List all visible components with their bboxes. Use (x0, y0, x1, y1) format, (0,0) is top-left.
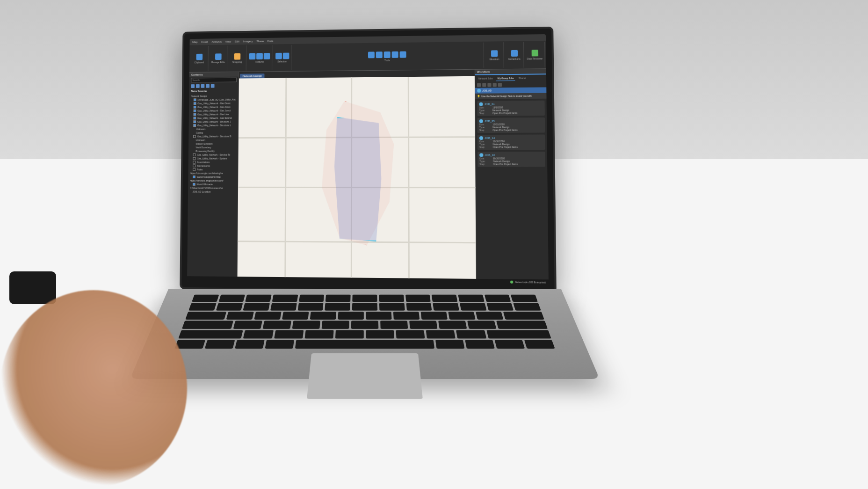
ribbon-tab[interactable]: Map (192, 41, 197, 44)
group-label: Manage Edits (211, 60, 225, 63)
layer-item[interactable]: Gas_Utility_Network - System (190, 157, 236, 161)
elevation-icon[interactable] (491, 50, 498, 57)
contents-toolbar (189, 83, 238, 89)
list-by-editing-icon[interactable] (206, 84, 210, 88)
layer-tree[interactable]: Network Design unmanage_JOB_AD (Gas_Util… (187, 93, 239, 277)
job-card[interactable]: JOB_14 Due:10/30/2020 Type:Network Desig… (477, 135, 545, 150)
smartwatch (9, 271, 56, 304)
layer-item[interactable]: Rules (190, 168, 236, 171)
refresh-icon[interactable] (477, 83, 481, 87)
new-job-icon[interactable] (493, 83, 497, 87)
list-by-selection-icon[interactable] (201, 84, 205, 88)
tab-shared[interactable]: Shared (517, 76, 528, 81)
snapping-icon[interactable] (234, 53, 240, 59)
layer-checkbox[interactable] (194, 98, 196, 101)
delete-icon[interactable] (264, 53, 270, 59)
layer-checkbox[interactable] (193, 183, 195, 186)
job-card[interactable]: JOB_25 Due:10/31/2020 Type:Network Desig… (477, 117, 545, 133)
field-step: Step: (479, 112, 493, 115)
assign-icon[interactable] (498, 83, 502, 87)
select-icon[interactable] (275, 52, 282, 59)
layer-checkbox[interactable] (193, 117, 196, 119)
connection-status-icon (510, 281, 513, 284)
save-icon[interactable] (215, 53, 222, 60)
basemap-label: World Hillshade (197, 183, 213, 186)
job-step: Open Pro Project Items (492, 111, 517, 114)
ribbon-tab[interactable]: Edit (235, 40, 239, 43)
layer-label: Subnetworks (197, 164, 210, 167)
service-item[interactable]: https://cdn.arcgis.com/sharing/re (190, 171, 236, 175)
job-card[interactable]: JOB_24 Due:11/1/2020 Type:Network Design… (477, 101, 545, 116)
list-by-drawing-icon[interactable] (191, 84, 195, 88)
sublayer-label: Processing Facility (195, 150, 214, 153)
manage-quality-icon[interactable] (531, 50, 538, 56)
layer-checkbox[interactable] (193, 153, 196, 156)
modify-icon[interactable] (256, 53, 263, 59)
tab-my-group-jobs[interactable]: My Group Jobs (496, 76, 515, 81)
ground-to-grid-icon[interactable] (511, 50, 517, 56)
map-tab[interactable]: Network Design (240, 73, 265, 78)
job-list[interactable]: JOB_24 Due:11/1/2020 Type:Network Design… (475, 99, 549, 280)
map-canvas[interactable] (238, 76, 476, 279)
layer-checkbox[interactable] (193, 124, 196, 127)
workflow-pane: Workflow Network Jobs My Group Jobs Shar… (475, 69, 549, 279)
layer-checkbox[interactable] (193, 175, 195, 178)
basemap-item[interactable]: World Hillshade (190, 182, 236, 186)
layer-checkbox[interactable] (193, 120, 196, 123)
tab-network-jobs[interactable]: Network Jobs (477, 76, 494, 81)
reshape-icon[interactable] (392, 51, 398, 58)
job-card[interactable]: JOB_10 Due:10/30/2020 Type:Network Desig… (477, 152, 545, 167)
sort-icon[interactable] (487, 83, 491, 87)
layer-checkbox[interactable] (194, 106, 196, 109)
filter-icon[interactable] (482, 83, 486, 87)
group-label: Elevation (489, 58, 499, 60)
split-icon[interactable] (400, 51, 406, 58)
create-icon[interactable] (249, 53, 256, 59)
design-area-polygon[interactable] (332, 117, 384, 241)
paste-icon[interactable] (196, 53, 203, 60)
basemap-item[interactable]: World Topographic Map (190, 175, 236, 179)
layer-checkbox[interactable] (193, 157, 195, 160)
group-label: Tools (384, 58, 390, 61)
ribbon-tab[interactable]: Share (256, 40, 264, 43)
layer-checkbox[interactable] (193, 161, 195, 164)
layer-checkbox[interactable] (193, 113, 196, 116)
layer-checkbox[interactable] (193, 164, 195, 167)
ribbon-tab[interactable]: Imagery (243, 40, 253, 43)
list-by-snapping-icon[interactable] (211, 84, 215, 88)
edit-vertices-icon[interactable] (384, 51, 391, 58)
ribbon-tab[interactable]: View (225, 40, 231, 43)
sublayer-label: Unknown (196, 139, 205, 141)
job-badge-icon (479, 136, 483, 140)
move-icon[interactable] (368, 51, 375, 58)
layer-checkbox[interactable] (194, 109, 196, 112)
layer-item[interactable]: Associations (190, 160, 236, 164)
attributes-icon[interactable] (282, 52, 289, 59)
layer-label: Gas_Utility_Network - Gas Line (197, 113, 229, 116)
layer-checkbox[interactable] (194, 102, 196, 105)
bulb-icon: 💡 (477, 95, 480, 98)
layer-label: unmanage_JOB_AD (Gas_Utility_Net (198, 98, 236, 101)
sublayer-item[interactable]: Vault Boundary (190, 146, 236, 149)
sublayer-item[interactable]: Processing Facility (190, 149, 236, 153)
workflow-hint: 💡 Use the Network Design Task to assist … (475, 93, 546, 99)
selected-job-id: JOB_AD (482, 89, 492, 92)
location-item[interactable]: JOB_AD Location (190, 190, 236, 194)
annotation-icon[interactable] (376, 51, 383, 58)
ribbon-tab[interactable]: Analysis (211, 40, 222, 43)
service-item[interactable]: https://services.arcgisonline.com/ (190, 179, 236, 182)
ribbon-tab[interactable]: Data (268, 40, 273, 43)
layer-checkbox[interactable] (193, 168, 195, 171)
layer-item[interactable]: Gas_Utility_Network - Service Te (190, 153, 236, 157)
contents-search-input[interactable] (191, 78, 237, 83)
group-label: Snapping (232, 60, 242, 63)
layer-label: Rules (197, 168, 203, 171)
list-by-source-icon[interactable] (196, 84, 200, 88)
ribbon-group-manage-edits: Manage Edits (209, 46, 227, 71)
contents-pane: Contents Data Source Network D (187, 72, 239, 277)
layer-checkbox[interactable] (193, 135, 196, 138)
service-item[interactable]: C:\Users\nick7103\Documents\A (190, 186, 236, 190)
layer-label: Gas_Utility_Network - Gas Subnet (197, 117, 232, 119)
ribbon-tab[interactable]: Insert (201, 40, 208, 43)
layer-item[interactable]: Subnetworks (190, 164, 236, 168)
